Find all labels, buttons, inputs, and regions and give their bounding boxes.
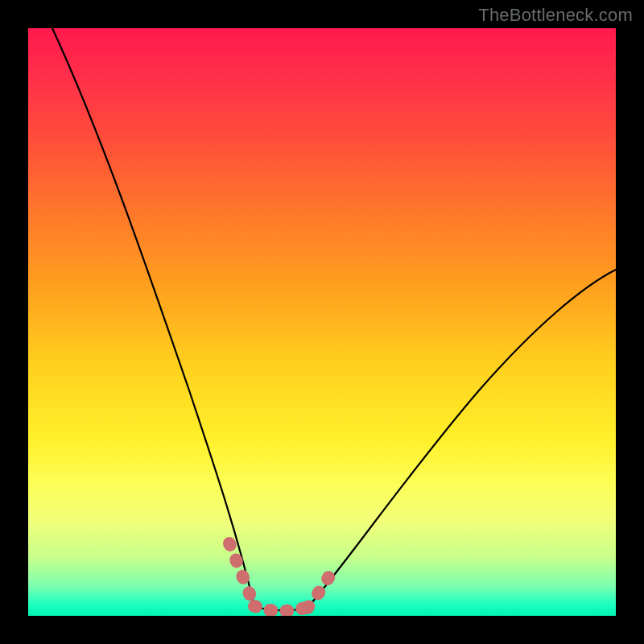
right-curve (308, 270, 616, 608)
plot-area (28, 28, 616, 616)
left-curve (52, 28, 254, 606)
curve-layer (28, 28, 616, 616)
valley-marker-right (308, 569, 333, 608)
chart-frame: TheBottleneck.com (0, 0, 644, 644)
valley-marker-left (229, 543, 254, 606)
watermark-text: TheBottleneck.com (478, 5, 633, 26)
